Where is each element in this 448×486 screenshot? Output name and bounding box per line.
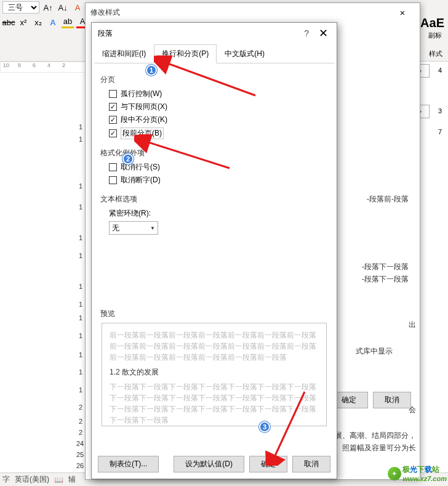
section-textbox: 文本框选项 xyxy=(100,194,328,205)
tab-strip: 缩进和间距(I) 换行和分页(P) 中文版式(H) xyxy=(94,44,334,63)
watermark-logo: ✦ xyxy=(388,467,401,480)
close-icon[interactable]: × xyxy=(390,7,415,18)
tab-pagination[interactable]: 换行和分页(P) xyxy=(154,44,217,63)
cancel-button[interactable]: 取消 xyxy=(292,456,330,472)
page-break-label: 段前分页(B) xyxy=(121,128,164,139)
document-gutter: 1 1 1 1 1 1 1 1 1 1 1 1 1 2 2 2 24 25 26 xyxy=(0,74,92,480)
wrap-combo[interactable]: 无 ▼ xyxy=(109,221,328,235)
superscript-icon[interactable]: x² xyxy=(17,16,30,28)
section-format-exceptions: 格式化例外项 xyxy=(100,148,328,158)
word-count[interactable]: 字 xyxy=(2,474,10,485)
paragraph-body: 分页 孤行控制(W) 与下段同页(X) 段中不分页(K) 段前分页(B) 格式化… xyxy=(92,63,337,436)
increase-font-icon[interactable]: A↑ xyxy=(42,1,54,14)
set-default-button[interactable]: 设为默认值(D) xyxy=(174,456,244,472)
page-break-before-row[interactable]: 段前分页(B) xyxy=(109,128,328,139)
trail-text-1: 会 xyxy=(409,405,416,415)
checkbox-line-no[interactable] xyxy=(109,163,117,171)
annotation-badge-3: 3 xyxy=(259,421,270,432)
watermark-url: www.xz7.com xyxy=(402,475,447,482)
cancel-button-outer[interactable]: 取消 xyxy=(373,392,411,408)
paragraph-dialog: 段落 ? ✕ 缩进和间距(I) 换行和分页(P) 中文版式(H) 分页 孤行控制… xyxy=(91,22,337,479)
dialog-titlebar: 修改样式 × xyxy=(86,3,420,22)
chevron-down-icon: ▼ xyxy=(150,225,155,231)
preview-after: 下一段落下一段落下一段落下一段落下一段落下一段落下一段落下一段落下一段落下一段落… xyxy=(110,381,319,426)
text-effects-icon[interactable]: A xyxy=(47,16,59,28)
trail-text-2: 展、高潮、结局四部分， xyxy=(335,431,416,441)
paragraph-footer: 制表位(T)... 设为默认值(D) 确定 取消 xyxy=(98,456,330,472)
wrap-label: 紧密环绕(R): xyxy=(109,208,328,219)
tabs-button[interactable]: 制表位(T)... xyxy=(98,456,159,472)
widow-control-row[interactable]: 孤行控制(W) xyxy=(109,89,328,99)
right-value-3: 7 xyxy=(438,128,442,136)
preview-text-1: -段落前-段落 xyxy=(367,194,409,205)
tab-indent[interactable]: 缩进和间距(I) xyxy=(94,44,154,63)
help-icon[interactable]: ? xyxy=(304,28,309,38)
checkbox-hyphen[interactable] xyxy=(109,176,117,184)
style-sample[interactable]: AaE xyxy=(420,16,444,30)
annotation-badge-2: 2 xyxy=(122,153,134,164)
preview-text-3: -段落下一段落 xyxy=(362,274,409,285)
preview-current: 1.2 散文的发展 xyxy=(110,367,319,378)
subscript-icon[interactable]: x₂ xyxy=(32,16,44,28)
annotation-badge-1: 1 xyxy=(146,65,157,76)
preview-text-2: -段落下一段落 xyxy=(362,262,409,272)
clear-format-icon[interactable]: A xyxy=(71,1,84,14)
style-group-label: 样式 xyxy=(423,49,448,59)
tab-chinese[interactable]: 中文版式(H) xyxy=(217,44,273,63)
no-hyphen-row[interactable]: 取消断字(D) xyxy=(109,175,328,185)
wrap-value: 无 xyxy=(112,223,119,233)
paragraph-title: 段落 xyxy=(98,28,113,39)
suppress-line-no-row[interactable]: 取消行号(S) xyxy=(109,162,328,172)
checkbox-page-break[interactable] xyxy=(109,129,117,137)
dialog-title: 修改样式 xyxy=(90,7,120,18)
strikethrough-icon[interactable]: abc xyxy=(2,16,15,28)
watermark: ✦ 极光下载站 www.xz7.com xyxy=(388,464,447,482)
paragraph-titlebar: 段落 ? ✕ xyxy=(92,23,337,44)
section-pagination: 分页 xyxy=(100,75,328,85)
font-size-select[interactable]: 三号 xyxy=(2,1,39,14)
close-icon[interactable]: ✕ xyxy=(316,26,330,40)
watermark-brand: 极光下载站 xyxy=(402,464,447,475)
ok-button[interactable]: 确定 xyxy=(249,456,287,472)
checkbox-keep-next[interactable] xyxy=(109,103,117,111)
highlight-icon[interactable]: ab xyxy=(62,16,74,28)
language-indicator[interactable]: 英语(美国) xyxy=(15,474,49,485)
keep-together-row[interactable]: 段中不分页(K) xyxy=(109,115,328,125)
trail-text-0: 出 xyxy=(409,320,416,330)
keep-next-label: 与下段同页(X) xyxy=(121,102,167,112)
style-sub: 副标 xyxy=(428,31,442,40)
right-value-1: 4 xyxy=(438,67,442,74)
accessibility-label: 辅 xyxy=(68,474,76,485)
right-value-2: 3 xyxy=(438,107,442,115)
preview-before: 前一段落前一段落前一段落前一段落前一段落前一段落前一段落前一段落前一段落前一段落… xyxy=(110,330,319,363)
accessibility-icon[interactable]: 📖 xyxy=(54,476,63,484)
section-preview: 预览 xyxy=(100,309,328,319)
dialog-footer: 确定 取消 xyxy=(330,392,411,408)
checkbox-keep-together[interactable] xyxy=(109,116,117,124)
keep-together-label: 段中不分页(K) xyxy=(121,115,167,125)
decrease-font-icon[interactable]: A↓ xyxy=(57,1,69,14)
keep-with-next-row[interactable]: 与下段同页(X) xyxy=(109,102,328,112)
widow-label: 孤行控制(W) xyxy=(121,89,162,99)
hyphen-label: 取消断字(D) xyxy=(121,175,161,185)
trail-text-3: 照篇幅及容量可分为长 xyxy=(342,443,416,453)
checkbox-widow[interactable] xyxy=(109,90,117,98)
preview-pane: 前一段落前一段落前一段落前一段落前一段落前一段落前一段落前一段落前一段落前一段落… xyxy=(102,323,327,426)
